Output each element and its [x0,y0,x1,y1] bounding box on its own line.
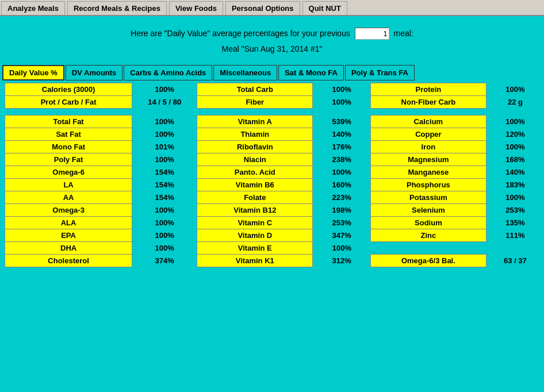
table-row: ALA100%Vitamin C253%Sodium135% [5,217,545,229]
main-table: Calories (3000)100%Total Carb100%Protein… [5,83,544,267]
col2-label: Fiber [197,96,313,109]
col3-label: Selenium [370,204,486,217]
col2-value: 160% [313,179,371,191]
tab-2[interactable]: Carbs & Amino Acids [124,65,212,80]
col2-value: 238% [313,153,371,166]
col2-value: 347% [313,229,371,242]
col3-value: 140% [486,166,544,179]
col3-value: 120% [486,128,544,141]
col2-value: 539% [313,116,371,128]
col2-label: Panto. Acid [197,166,313,179]
col2-label: Vitamin K1 [197,255,313,267]
col1-label: EPA [5,229,132,242]
col3-value: 100% [486,83,544,96]
col1-label: Calories (3000) [5,83,132,96]
col1-value: 154% [132,179,197,191]
table-row: EPA100%Vitamin D347%Zinc111% [5,229,545,242]
col3-value [486,242,544,255]
tab-4[interactable]: Sat & Mono FA [278,65,344,80]
nav-button-quit-nut[interactable]: Quit NUT [302,1,347,15]
table-row: LA154%Vitamin B6160%Phosphorus183% [5,179,545,191]
tab-3[interactable]: Miscellaneous [213,65,277,80]
table-row: Cholesterol374%Vitamin K1312%Omega-6/3 B… [5,255,545,267]
col1-value: 100% [132,153,197,166]
col3-value: 22 g [486,96,544,109]
col2-label: Vitamin D [197,229,313,242]
col2-label: Thiamin [197,128,313,141]
col3-value: 63 / 37 [486,255,544,267]
col3-value: 111% [486,229,544,242]
col3-label: Omega-6/3 Bal. [370,255,486,267]
col1-value: 14 / 5 / 80 [132,96,197,109]
header-prefix: Here are "Daily Value" average percentag… [131,29,350,38]
nav-button-record-meals--recipes[interactable]: Record Meals & Recipes [67,1,167,15]
nav-button-analyze-meals[interactable]: Analyze Meals [1,1,65,15]
col2-label: Vitamin C [197,217,313,229]
col1-label: Omega-6 [5,166,132,179]
col3-label: Non-Fiber Carb [370,96,486,109]
header-area: Here are "Daily Value" average percentag… [0,16,544,59]
col2-value: 100% [313,242,371,255]
col1-label: AA [5,191,132,204]
col1-value: 100% [132,217,197,229]
col3-label: Phosphorus [370,179,486,191]
col2-label: Riboflavin [197,141,313,153]
col3-label: Protein [370,83,486,96]
nav-button-view-foods[interactable]: View Foods [169,1,223,15]
col3-label: Copper [370,128,486,141]
table-row: DHA100%Vitamin E100% [5,242,545,255]
col3-value: 253% [486,204,544,217]
col2-value: 100% [313,166,371,179]
spacer-row [5,109,545,116]
col3-label: Calcium [370,116,486,128]
col2-label: Niacin [197,153,313,166]
col1-label: Prot / Carb / Fat [5,96,132,109]
col1-value: 100% [132,242,197,255]
col1-label: Mono Fat [5,141,132,153]
col3-label [370,242,486,255]
tabs-row: Daily Value %DV AmountsCarbs & Amino Aci… [2,65,542,80]
col1-label: Total Fat [5,116,132,128]
col3-label: Magnesium [370,153,486,166]
col3-value: 100% [486,191,544,204]
table-row: Prot / Carb / Fat14 / 5 / 80Fiber100%Non… [5,96,545,109]
col1-value: 101% [132,141,197,153]
header-suffix: meal: [394,29,413,38]
data-container: Calories (3000)100%Total Carb100%Protein… [2,83,542,267]
col2-label: Vitamin E [197,242,313,255]
col2-value: 140% [313,128,371,141]
col2-label: Vitamin B6 [197,179,313,191]
tab-0[interactable]: Daily Value % [2,65,64,80]
col1-value: 374% [132,255,197,267]
col1-value: 154% [132,191,197,204]
col3-value: 100% [486,116,544,128]
tab-1[interactable]: DV Amounts [66,65,123,80]
col3-value: 168% [486,153,544,166]
table-row: Poly Fat100%Niacin238%Magnesium168% [5,153,545,166]
col2-label: Vitamin A [197,116,313,128]
col2-value: 198% [313,204,371,217]
col3-label: Sodium [370,217,486,229]
meal-label: Meal "Sun Aug 31, 2014 #1" [0,44,544,53]
col2-value: 100% [313,83,371,96]
col1-label: LA [5,179,132,191]
col2-value: 312% [313,255,371,267]
col1-label: ALA [5,217,132,229]
col1-label: Sat Fat [5,128,132,141]
table-row: Calories (3000)100%Total Carb100%Protein… [5,83,545,96]
col1-label: Poly Fat [5,153,132,166]
table-row: Sat Fat100%Thiamin140%Copper120% [5,128,545,141]
nav-button-personal-options[interactable]: Personal Options [225,1,300,15]
col3-label: Manganese [370,166,486,179]
col1-value: 100% [132,229,197,242]
col1-value: 100% [132,116,197,128]
table-row: Mono Fat101%Riboflavin176%Iron100% [5,141,545,153]
col3-label: Zinc [370,229,486,242]
col2-label: Folate [197,191,313,204]
col1-label: Omega-3 [5,204,132,217]
tab-5[interactable]: Poly & Trans FA [345,65,415,80]
meal-count-input[interactable] [355,28,389,40]
col2-label: Vitamin B12 [197,204,313,217]
col1-value: 100% [132,128,197,141]
header-line1: Here are "Daily Value" average percentag… [0,28,544,40]
